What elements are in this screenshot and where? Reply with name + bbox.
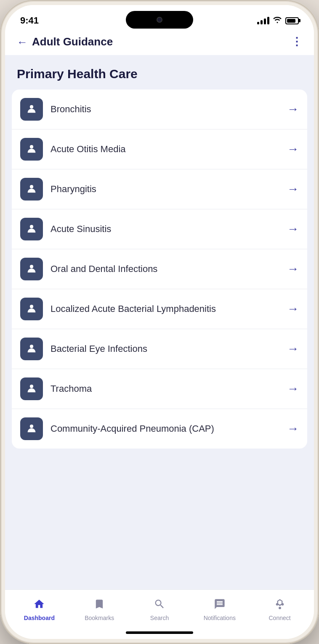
search-label: Search bbox=[150, 615, 169, 621]
list-item[interactable]: Localized Acute Bacterial Lymphadenitis … bbox=[12, 289, 307, 329]
search-icon bbox=[154, 598, 165, 612]
person-icon bbox=[26, 263, 37, 275]
list-item[interactable]: Bronchitis → bbox=[12, 90, 307, 129]
item-icon bbox=[20, 377, 43, 400]
item-label: Pharyngitis bbox=[51, 183, 279, 195]
person-icon bbox=[26, 423, 37, 435]
svg-point-6 bbox=[30, 345, 33, 348]
tab-dashboard[interactable]: Dashboard bbox=[9, 596, 69, 623]
item-label: Bacterial Eye Infections bbox=[51, 343, 279, 355]
person-icon bbox=[26, 383, 37, 395]
arrow-icon: → bbox=[287, 302, 299, 316]
tab-bookmarks[interactable]: Bookmarks bbox=[69, 596, 130, 623]
arrow-icon: → bbox=[287, 262, 299, 276]
svg-point-9 bbox=[276, 603, 278, 606]
item-icon bbox=[20, 338, 43, 360]
list-item[interactable]: Community-Acquired Pneumonia (CAP) → bbox=[12, 409, 307, 449]
list-item[interactable]: Acute Sinusitis → bbox=[12, 209, 307, 249]
arrow-icon: → bbox=[287, 222, 299, 236]
person-icon bbox=[26, 303, 37, 315]
person-icon bbox=[26, 183, 37, 195]
more-options-button[interactable]: ⋮ bbox=[291, 35, 302, 48]
item-label: Acute Otitis Media bbox=[51, 143, 279, 156]
arrow-icon: → bbox=[287, 182, 299, 196]
notifications-label: Notifications bbox=[204, 615, 236, 621]
svg-point-7 bbox=[30, 385, 33, 388]
item-icon bbox=[20, 298, 43, 320]
home-bar bbox=[126, 631, 193, 634]
main-content: Primary Health Care Bronchitis → A bbox=[5, 55, 314, 589]
svg-point-4 bbox=[30, 265, 33, 268]
tab-bar: Dashboard Bookmarks Search Notifications… bbox=[5, 589, 314, 626]
connect-label: Connect bbox=[269, 615, 291, 621]
arrow-icon: → bbox=[287, 103, 299, 116]
svg-point-0 bbox=[30, 105, 33, 108]
dynamic-island bbox=[126, 11, 193, 29]
list-container: Bronchitis → Acute Otitis Media → Pharyn… bbox=[12, 90, 307, 449]
connect-icon bbox=[274, 598, 286, 612]
back-button[interactable]: ← Adult Guidance bbox=[17, 35, 113, 48]
list-item[interactable]: Trachoma → bbox=[12, 369, 307, 409]
tab-notifications[interactable]: Notifications bbox=[189, 596, 250, 623]
arrow-icon: → bbox=[287, 382, 299, 396]
item-icon bbox=[20, 218, 43, 240]
svg-point-5 bbox=[30, 305, 33, 308]
section-header: Primary Health Care bbox=[5, 55, 314, 90]
item-icon bbox=[20, 98, 43, 121]
person-icon bbox=[26, 103, 37, 115]
nav-header: ← Adult Guidance ⋮ bbox=[5, 29, 314, 55]
item-icon bbox=[20, 178, 43, 201]
list-item[interactable]: Pharyngitis → bbox=[12, 169, 307, 209]
item-label: Community-Acquired Pneumonia (CAP) bbox=[51, 423, 279, 435]
signal-bars-icon bbox=[257, 17, 269, 24]
wifi-icon bbox=[273, 16, 282, 26]
bookmarks-icon bbox=[93, 598, 105, 612]
list-item[interactable]: Oral and Dental Infections → bbox=[12, 249, 307, 289]
person-icon bbox=[26, 343, 37, 355]
phone-frame: 9:41 bbox=[0, 0, 319, 644]
phone-screen: 9:41 bbox=[5, 5, 314, 639]
bookmarks-label: Bookmarks bbox=[85, 615, 114, 621]
list-item[interactable]: Acute Otitis Media → bbox=[12, 129, 307, 169]
status-icons bbox=[257, 16, 299, 26]
dashboard-label: Dashboard bbox=[24, 615, 55, 621]
item-label: Localized Acute Bacterial Lymphadenitis bbox=[51, 303, 279, 315]
svg-point-1 bbox=[30, 145, 33, 148]
arrow-icon: → bbox=[287, 422, 299, 435]
arrow-icon: → bbox=[287, 342, 299, 356]
notifications-icon bbox=[214, 598, 226, 612]
section-title: Primary Health Care bbox=[17, 67, 302, 81]
item-icon bbox=[20, 258, 43, 280]
tab-search[interactable]: Search bbox=[130, 596, 190, 623]
person-icon bbox=[26, 223, 37, 235]
status-time: 9:41 bbox=[20, 15, 39, 26]
person-icon bbox=[26, 143, 37, 155]
item-label: Trachoma bbox=[51, 383, 279, 395]
svg-point-8 bbox=[30, 425, 33, 428]
svg-point-3 bbox=[30, 225, 33, 228]
battery-icon bbox=[285, 17, 299, 24]
home-indicator bbox=[5, 626, 314, 639]
status-bar: 9:41 bbox=[5, 5, 314, 29]
item-label: Bronchitis bbox=[51, 103, 279, 116]
back-arrow-icon: ← bbox=[17, 37, 28, 48]
tab-connect[interactable]: Connect bbox=[250, 596, 310, 623]
arrow-icon: → bbox=[287, 143, 299, 156]
page-title: Adult Guidance bbox=[32, 35, 113, 48]
item-label: Acute Sinusitis bbox=[51, 223, 279, 235]
item-icon bbox=[20, 417, 43, 440]
item-label: Oral and Dental Infections bbox=[51, 263, 279, 275]
svg-point-2 bbox=[30, 185, 33, 188]
item-icon bbox=[20, 138, 43, 161]
svg-point-11 bbox=[279, 607, 281, 609]
svg-point-10 bbox=[281, 603, 284, 606]
dashboard-icon bbox=[33, 598, 45, 612]
list-item[interactable]: Bacterial Eye Infections → bbox=[12, 329, 307, 369]
camera-dot bbox=[157, 17, 162, 23]
